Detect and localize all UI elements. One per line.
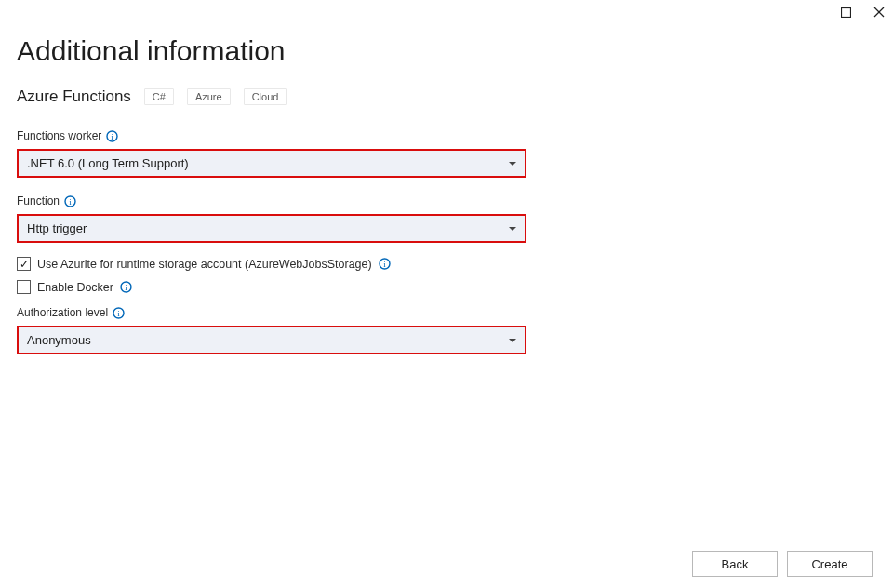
info-icon[interactable]: i — [379, 258, 391, 270]
functions-worker-value: .NET 6.0 (Long Term Support) — [27, 156, 189, 170]
auth-level-dropdown[interactable]: Anonymous — [17, 326, 526, 354]
back-button[interactable]: Back — [692, 551, 778, 577]
function-value: Http trigger — [27, 221, 87, 235]
tag-cloud: Cloud — [244, 88, 287, 105]
chevron-down-icon — [509, 339, 516, 342]
svg-text:i: i — [69, 196, 72, 206]
svg-rect-0 — [841, 7, 850, 17]
auth-level-label: Authorization level — [17, 306, 108, 319]
svg-text:i: i — [112, 131, 114, 140]
tag-azure: Azure — [187, 88, 231, 105]
maximize-icon[interactable] — [839, 6, 852, 19]
info-icon[interactable]: i — [106, 130, 118, 142]
functions-worker-dropdown[interactable]: .NET 6.0 (Long Term Support) — [17, 149, 526, 178]
chevron-down-icon — [509, 162, 516, 166]
svg-text:i: i — [383, 260, 386, 269]
function-dropdown[interactable]: Http trigger — [17, 214, 526, 243]
docker-checkbox-label: Enable Docker — [37, 281, 113, 294]
functions-worker-label: Functions worker — [17, 129, 101, 142]
create-button[interactable]: Create — [787, 551, 873, 577]
azurite-checkbox[interactable] — [17, 257, 31, 271]
function-label: Function — [17, 194, 60, 207]
tag-csharp: C# — [144, 88, 174, 105]
svg-text:i: i — [117, 308, 120, 317]
docker-checkbox[interactable] — [17, 280, 31, 294]
project-type: Azure Functions — [17, 87, 131, 106]
svg-text:i: i — [125, 283, 127, 292]
azurite-checkbox-label: Use Azurite for runtime storage account … — [37, 258, 372, 271]
info-icon[interactable]: i — [120, 281, 132, 293]
auth-level-value: Anonymous — [27, 333, 91, 347]
page-title: Additional information — [17, 35, 876, 67]
chevron-down-icon — [509, 227, 516, 231]
close-icon[interactable] — [873, 6, 886, 19]
info-icon[interactable]: i — [64, 195, 76, 207]
info-icon[interactable]: i — [113, 307, 125, 319]
